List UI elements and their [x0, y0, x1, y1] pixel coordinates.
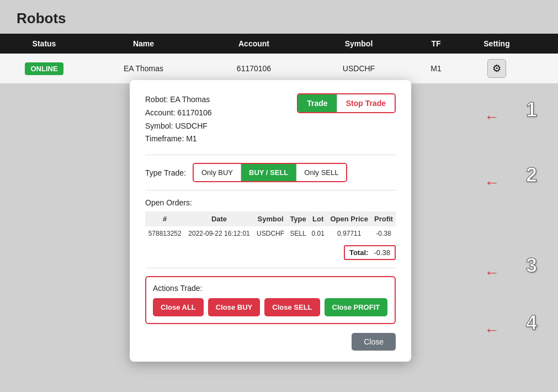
type-trade-section: Type Trade: Only BUY BUY / SELL Only SEL…: [145, 163, 396, 182]
close-all-button[interactable]: Close ALL: [153, 298, 204, 316]
action-buttons-group: Close ALL Close BUY Close SELL Close PRO…: [153, 298, 388, 316]
annotation-3: 3: [526, 254, 537, 277]
orders-table-header-row: # Date Symbol Type Lot Open Price Profit: [145, 211, 396, 226]
close-modal-button[interactable]: Close: [352, 333, 396, 351]
close-sell-button[interactable]: Close SELL: [264, 298, 320, 316]
annotation-2: 2: [526, 163, 537, 187]
col-header-symbol: Symbol: [254, 211, 288, 226]
header-name: Name: [88, 39, 199, 48]
status-badge: ONLINE: [25, 62, 63, 75]
total-row: Total: -0.38: [344, 245, 396, 260]
order-row: 5788132522022-09-22 16:12:01USDCHFSELL0.…: [145, 226, 396, 241]
only-sell-button[interactable]: Only SELL: [296, 164, 346, 181]
actions-trade-label: Actions Trade:: [153, 284, 388, 293]
only-buy-button[interactable]: Only BUY: [194, 164, 241, 181]
row-status: ONLINE: [0, 62, 88, 75]
row-symbol: USDCHF: [309, 64, 408, 73]
trade-button[interactable]: Trade: [298, 94, 336, 112]
actions-trade-section: Actions Trade: Close ALL Close BUY Close…: [145, 276, 396, 324]
row-tf: M1: [408, 64, 464, 73]
row-setting: ⚙: [464, 59, 530, 78]
annotation-1: 1: [526, 98, 537, 121]
modal-footer: Close: [145, 333, 396, 351]
col-header-profit: Profit: [371, 211, 396, 226]
symbol-line: Symbol: USDCHF: [145, 120, 396, 133]
close-buy-button[interactable]: Close BUY: [208, 298, 260, 316]
annotation-4: 4: [526, 311, 537, 335]
total-label: Total:: [349, 248, 368, 257]
buy-sell-button[interactable]: BUY / SELL: [241, 164, 296, 181]
type-trade-buttons: Only BUY BUY / SELL Only SELL: [193, 163, 348, 182]
header-symbol: Symbol: [309, 39, 408, 48]
page-title: Robots: [0, 0, 558, 34]
timeframe-line: Timeframe: M1: [145, 133, 396, 146]
col-header-open-price: Open Price: [327, 211, 371, 226]
header-tf: TF: [408, 39, 464, 48]
row-name: EA Thomas: [88, 64, 199, 73]
modal-dialog: Trade Stop Trade Robot: EA Thomas Accoun…: [130, 80, 411, 362]
header-account: Account: [199, 39, 309, 48]
divider-2: [145, 190, 396, 190]
close-profit-button[interactable]: Close PROFIT: [325, 298, 388, 316]
col-header-id: #: [145, 211, 184, 226]
header-setting: Setting: [464, 39, 530, 48]
header-status: Status: [0, 39, 88, 48]
row-account: 61170106: [199, 64, 309, 73]
arrow-2: ←: [484, 174, 499, 192]
type-trade-label: Type Trade:: [145, 168, 186, 177]
col-header-lot: Lot: [309, 211, 327, 226]
divider-1: [145, 155, 396, 155]
orders-table: # Date Symbol Type Lot Open Price Profit…: [145, 211, 396, 241]
arrow-4: ←: [484, 321, 499, 339]
col-header-date: Date: [184, 211, 253, 226]
total-value: -0.38: [374, 248, 390, 257]
arrow-3: ←: [484, 264, 499, 282]
page-wrapper: Robots Status Name Account Symbol TF Set…: [0, 0, 558, 392]
settings-button[interactable]: ⚙: [487, 59, 506, 78]
table-header: Status Name Account Symbol TF Setting: [0, 34, 558, 54]
open-orders-label: Open Orders:: [145, 198, 396, 207]
col-header-type: Type: [287, 211, 309, 226]
trade-buttons-group: Trade Stop Trade: [297, 93, 396, 113]
table-row: ONLINE EA Thomas 61170106 USDCHF M1 ⚙: [0, 54, 558, 83]
arrow-1: ←: [484, 108, 499, 126]
divider-3: [145, 268, 396, 268]
stop-trade-button[interactable]: Stop Trade: [337, 94, 395, 112]
